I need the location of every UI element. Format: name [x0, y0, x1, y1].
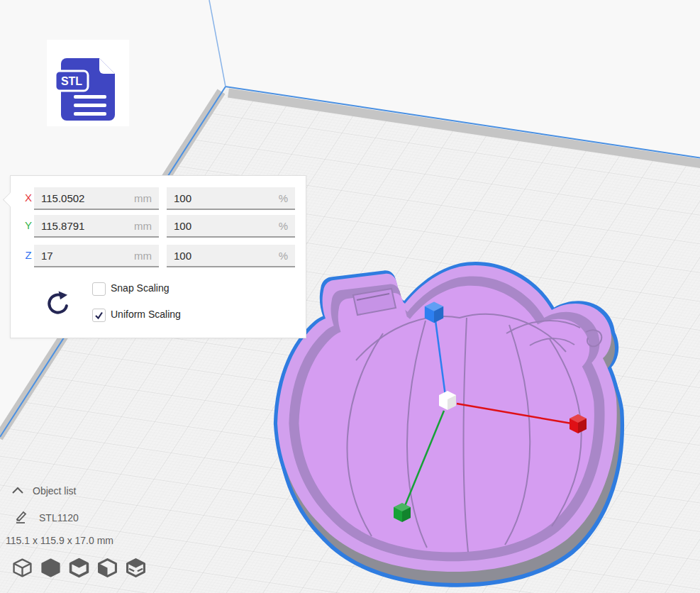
axis-label-x: X	[23, 187, 34, 209]
z-size-field: mm	[34, 245, 159, 267]
build-volume-edge	[209, 0, 226, 87]
snap-scaling-label: Snap Scaling	[111, 282, 170, 294]
stl-doc-line	[74, 95, 106, 99]
z-percent-unit: %	[279, 250, 295, 262]
y-percent-unit: %	[279, 220, 295, 232]
dont-support-overlaps-icon[interactable]	[96, 558, 118, 578]
normal-model-icon[interactable]	[11, 558, 33, 578]
axis-label-z: Z	[23, 245, 34, 266]
object-list-header[interactable]: Object list	[33, 485, 76, 497]
modify-settings-overlaps-icon[interactable]	[68, 558, 90, 578]
infill-mesh-icon[interactable]	[125, 558, 147, 578]
stl-doc-line	[74, 112, 106, 116]
model-dimensions-readout: 115.1 x 115.9 x 17.0 mm	[6, 535, 113, 546]
snap-scaling-checkbox[interactable]	[92, 282, 106, 296]
application-window: { "viewport": { "background": "#f8f8f8",…	[0, 0, 700, 593]
uniform-scaling-checkbox[interactable]	[92, 309, 106, 322]
y-percent-input[interactable]	[167, 220, 279, 232]
x-percent-input[interactable]	[167, 192, 279, 204]
object-list-item-name[interactable]: STL1120	[39, 512, 79, 523]
z-percent-field: %	[167, 245, 295, 267]
pencil-edit-icon[interactable]	[14, 510, 28, 524]
stl-doc-line	[74, 104, 106, 107]
uniform-scaling-label: Uniform Scaling	[111, 309, 181, 321]
y-percent-field: %	[167, 215, 295, 238]
x-size-unit: mm	[134, 192, 159, 204]
chevron-up-icon[interactable]	[11, 487, 24, 494]
z-size-input[interactable]	[34, 250, 134, 262]
z-percent-input[interactable]	[167, 250, 279, 262]
reset-arrow-head	[59, 291, 67, 299]
axis-label-y: Y	[23, 215, 34, 236]
reset-arrow-icon	[49, 295, 67, 313]
stl-doc-fold	[99, 58, 115, 74]
y-size-input[interactable]	[34, 220, 134, 232]
x-percent-unit: %	[279, 192, 295, 204]
reset-scale-button[interactable]	[45, 289, 72, 316]
x-size-field: mm	[34, 187, 159, 210]
stl-badge-label: STL	[61, 75, 82, 87]
scale-tool-panel: X mm % Y mm % Z mm % Snap Scaling	[10, 175, 306, 338]
x-percent-field: %	[167, 187, 295, 210]
z-size-unit: mm	[134, 250, 159, 262]
stl-file-thumbnail[interactable]: STL	[47, 40, 129, 126]
mesh-type-toolbar	[11, 558, 147, 578]
x-size-input[interactable]	[34, 192, 134, 204]
print-as-support-icon[interactable]	[40, 558, 62, 578]
y-size-unit: mm	[134, 220, 159, 232]
y-size-field: mm	[34, 215, 159, 238]
